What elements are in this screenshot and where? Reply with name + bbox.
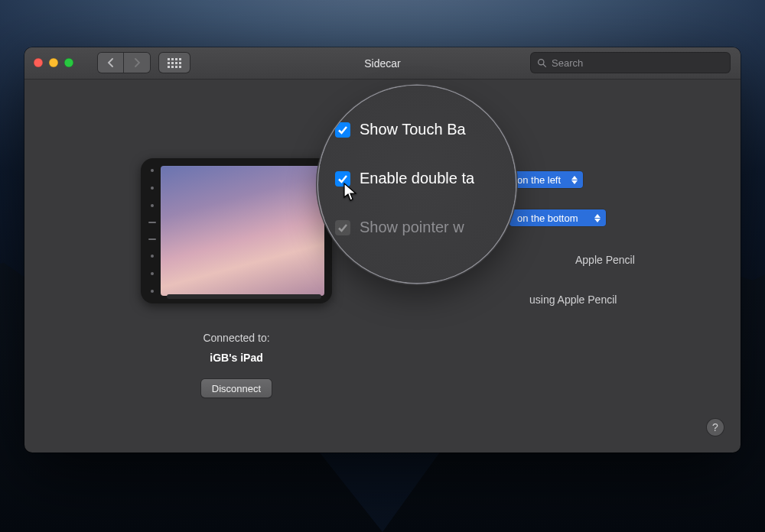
sidebar-position-dropdown[interactable]: on the left: [509, 171, 583, 188]
using-apple-pencil-text: using Apple Pencil: [529, 294, 617, 306]
show-pointer-label: Show pointer w: [360, 219, 464, 236]
connected-to-label: Connected to:: [141, 332, 332, 344]
help-icon: ?: [712, 421, 718, 433]
forward-button[interactable]: [124, 53, 150, 73]
search-icon: [537, 58, 547, 68]
touchbar-position-value: on the bottom: [517, 212, 578, 224]
enable-double-tap-label: Enable double ta: [360, 170, 474, 187]
show-all-prefs-button[interactable]: [159, 53, 190, 73]
minimize-window-button[interactable]: [49, 58, 58, 67]
connection-status: Connected to: iGB's iPad Disconnect: [141, 332, 332, 397]
back-button[interactable]: [98, 53, 124, 73]
show-pointer-option[interactable]: Show pointer w: [335, 219, 508, 236]
window-controls: [34, 58, 73, 67]
cursor-icon: [343, 182, 358, 202]
svg-line-1: [543, 64, 545, 66]
close-window-button[interactable]: [34, 58, 43, 67]
chevron-updown-icon: [569, 176, 580, 184]
touchbar-position-dropdown[interactable]: on the bottom: [509, 209, 606, 226]
search-input[interactable]: [552, 57, 724, 69]
zoom-window-button[interactable]: [64, 58, 73, 67]
help-button[interactable]: ?: [707, 419, 724, 436]
chevron-updown-icon: [592, 214, 603, 222]
svg-point-0: [539, 59, 544, 64]
magnifier-lens: Show Touch Ba Enable double ta Show poin…: [318, 86, 516, 283]
grid-icon: [168, 58, 181, 68]
ipad-preview: [141, 158, 332, 303]
sidebar-position-value: on the left: [517, 174, 561, 186]
apple-pencil-text: Apple Pencil: [575, 254, 635, 266]
check-icon: [337, 222, 348, 233]
check-icon: [337, 125, 348, 135]
search-field[interactable]: [531, 53, 730, 73]
checkbox-dimmed[interactable]: [335, 220, 350, 235]
enable-double-tap-option[interactable]: Enable double ta: [335, 170, 508, 187]
titlebar: Sidecar: [24, 47, 741, 79]
checkbox-checked[interactable]: [335, 122, 350, 138]
disconnect-button[interactable]: Disconnect: [201, 379, 272, 397]
device-name: iGB's iPad: [141, 352, 332, 364]
nav-segmented-control: [98, 53, 150, 73]
show-touch-bar-label: Show Touch Ba: [360, 121, 466, 138]
show-touch-bar-option[interactable]: Show Touch Ba: [335, 121, 508, 138]
